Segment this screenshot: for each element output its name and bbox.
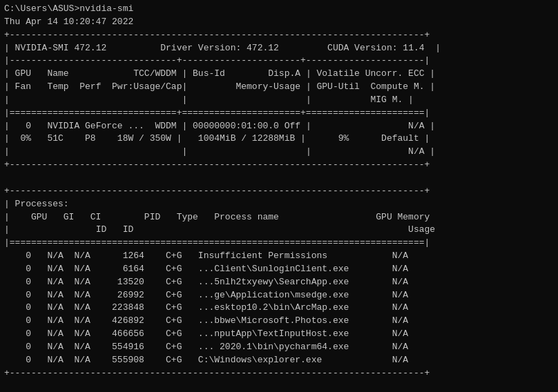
bottom-border: +---------------------------------------…: [4, 367, 554, 380]
terminal-window: C:\Users\ASUS>nvidia-smi Thu Apr 14 10:2…: [0, 0, 558, 392]
smi-version: NVIDIA-SMI 472.12: [15, 43, 107, 53]
process-rows: 0 N/A N/A 1264 C+G Insufficient Permissi…: [4, 250, 554, 367]
processes-title: Processes:: [15, 199, 69, 209]
prompt-line1: C:\Users\ASUS>nvidia-smi: [4, 3, 133, 14]
prompt-line2: Thu Apr 14 10:20:47 2022: [4, 17, 133, 27]
terminal-content: C:\Users\ASUS>nvidia-smi Thu Apr 14 10:2…: [4, 3, 554, 250]
